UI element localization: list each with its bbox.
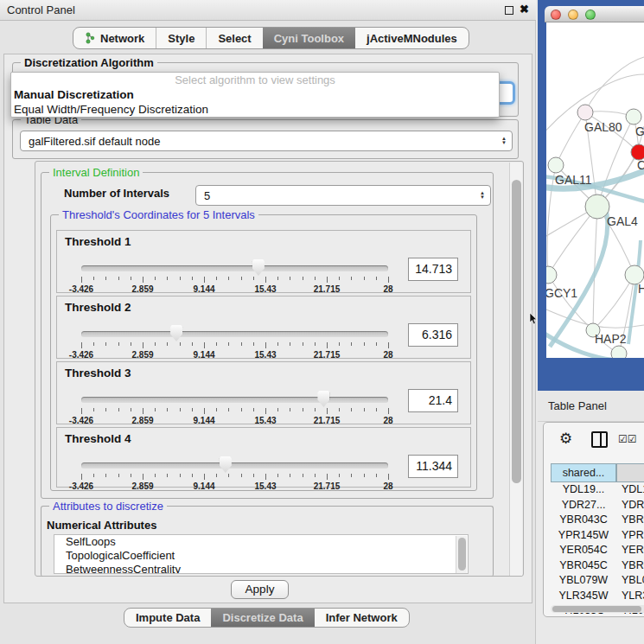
list-item[interactable]: TopologicalCoefficient xyxy=(54,549,468,563)
gal80-node[interactable] xyxy=(577,105,593,120)
network-view-window: GAL80GACGAL11GAL4GCY1HHAP2 xyxy=(538,0,644,391)
attributes-list-scroll-thumb[interactable] xyxy=(458,538,466,571)
threshold-slider[interactable] xyxy=(81,265,388,272)
control-panel-content: Discretization Algorithm Select algorith… xyxy=(3,54,532,603)
slider-track[interactable] xyxy=(81,462,388,469)
tick-mark xyxy=(376,474,377,477)
apply-button[interactable]: Apply xyxy=(231,580,289,599)
slider-thumb-icon[interactable] xyxy=(170,325,182,341)
settings-scroll-thumb[interactable] xyxy=(512,180,521,483)
tick-mark xyxy=(105,474,106,477)
float-window-icon[interactable] xyxy=(505,6,513,15)
tab-infer-network[interactable]: Infer Network xyxy=(315,609,409,627)
threshold-value-field[interactable]: 11.344 xyxy=(408,455,458,478)
slider-track[interactable] xyxy=(81,265,388,271)
zoom-traffic-light-icon[interactable] xyxy=(585,10,596,20)
tick-label: 21.715 xyxy=(314,284,341,294)
tick-mark xyxy=(228,474,229,477)
minimize-traffic-light-icon[interactable] xyxy=(568,10,578,20)
tick-label: 2.859 xyxy=(131,481,153,491)
dropdown-option-manual-discretization[interactable]: Manual Discretization xyxy=(11,87,499,102)
table-panel: ⚙ ☑☑ shared...naYDL19...YDL1YDR27...YDR2… xyxy=(543,422,644,617)
slider-track[interactable] xyxy=(81,331,388,337)
bottom-node[interactable] xyxy=(611,346,627,358)
list-item[interactable]: SelfLoops xyxy=(54,535,468,549)
checkboxes-icon[interactable]: ☑☑ xyxy=(618,433,637,445)
table-row[interactable]: YLR3 xyxy=(616,589,644,604)
table-row[interactable]: YLR345W xyxy=(551,589,616,604)
columns-icon[interactable] xyxy=(591,431,608,448)
table-row[interactable]: YBL0 xyxy=(616,573,644,589)
slider-thumb-icon[interactable] xyxy=(252,259,265,276)
table-row[interactable]: YER054C xyxy=(551,543,616,558)
table-row[interactable]: YBR0 xyxy=(616,558,644,574)
tick-mark xyxy=(216,342,217,346)
tick-mark xyxy=(388,277,389,283)
tick-mark xyxy=(204,277,205,283)
tab-jactivemnodules[interactable]: jActiveMNodules xyxy=(355,28,469,48)
list-item[interactable]: BetweennessCentrality xyxy=(54,563,468,574)
table-header-na[interactable]: na xyxy=(616,463,644,482)
table-row[interactable]: YBR0 xyxy=(616,513,644,528)
table-row[interactable]: YDR2 xyxy=(616,498,644,513)
gal11-node[interactable] xyxy=(548,157,564,173)
attributes-group: Attributes to discretize Numerical Attri… xyxy=(41,506,494,577)
gear-icon[interactable]: ⚙ xyxy=(559,430,572,448)
top-right-node[interactable] xyxy=(626,109,641,124)
table-row[interactable]: YBL079W xyxy=(551,573,616,589)
network-canvas[interactable]: GAL80GACGAL11GAL4GCY1HHAP2 xyxy=(546,22,644,358)
table-data-combo[interactable]: galFiltered.sif default node ▲▼ xyxy=(20,131,513,151)
threshold-slider[interactable] xyxy=(81,331,388,338)
tick-mark xyxy=(143,342,143,348)
number-of-intervals-combo[interactable]: 5 ▲▼ xyxy=(195,185,491,206)
attributes-list-scrollbar[interactable] xyxy=(456,536,467,574)
close-traffic-light-icon[interactable] xyxy=(551,10,561,20)
tick-mark xyxy=(241,474,242,477)
threshold-slider[interactable] xyxy=(81,462,388,469)
table-horizontal-scrollbar[interactable] xyxy=(551,605,644,613)
tab-style[interactable]: Style xyxy=(156,28,206,48)
threshold-value-field[interactable]: 21.4 xyxy=(408,389,458,412)
tab-impute-data[interactable]: Impute Data xyxy=(124,609,211,627)
tick-mark xyxy=(81,277,82,283)
table-row[interactable]: YPR1 xyxy=(616,528,644,544)
slider-thumb-icon[interactable] xyxy=(220,456,232,473)
interval-definition-title: Interval Definition xyxy=(49,166,143,179)
table-row[interactable]: YER0 xyxy=(616,543,644,558)
threshold-slider[interactable] xyxy=(81,397,388,404)
table-row[interactable]: YDR27... xyxy=(551,498,616,513)
threshold-value-field[interactable]: 6.316 xyxy=(408,323,458,347)
tick-label: 15.43 xyxy=(254,350,276,360)
network-edge xyxy=(548,275,593,330)
tab-cyni-toolbox[interactable]: Cyni Toolbox xyxy=(263,28,355,48)
table-row[interactable]: YPR145W xyxy=(551,528,616,544)
table-header-shared[interactable]: shared... xyxy=(551,463,616,482)
tab-label: Impute Data xyxy=(136,611,200,624)
dropdown-option-equal-width-frequency-discretization[interactable]: Equal Width/Frequency Discretization xyxy=(11,102,499,117)
network-edge xyxy=(548,207,597,275)
table-hscroll-thumb[interactable] xyxy=(552,606,641,612)
tab-discretize-data[interactable]: Discretize Data xyxy=(211,609,314,627)
tick-mark xyxy=(180,408,181,411)
close-icon[interactable]: ✖ xyxy=(520,3,529,16)
slider-thumb-icon[interactable] xyxy=(317,391,329,407)
tick-label: 28 xyxy=(383,284,392,294)
table-row[interactable]: YDL1 xyxy=(616,482,644,498)
gcy1-node[interactable] xyxy=(546,266,557,284)
numerical-attributes-list[interactable]: SelfLoopsTopologicalCoefficientBetweenne… xyxy=(54,534,469,574)
tick-mark xyxy=(216,277,217,280)
table-row[interactable]: YBR043C xyxy=(551,513,616,528)
table-row[interactable]: YDL19... xyxy=(551,482,616,498)
slider-track[interactable] xyxy=(81,397,388,403)
tick-mark xyxy=(327,342,328,348)
gal4-node[interactable] xyxy=(585,194,609,219)
tab-select[interactable]: Select xyxy=(206,28,262,48)
tab-label: Style xyxy=(168,32,194,45)
node-label-gal4: GAL4 xyxy=(607,214,638,228)
tick-mark xyxy=(204,474,205,480)
table-row[interactable]: YBR045C xyxy=(551,558,616,574)
settings-vertical-scrollbar[interactable] xyxy=(509,163,522,576)
threshold-value-field[interactable]: 14.713 xyxy=(408,258,458,281)
threshold-label: Threshold 2 xyxy=(65,301,131,314)
tab-network[interactable]: Network xyxy=(73,28,156,48)
